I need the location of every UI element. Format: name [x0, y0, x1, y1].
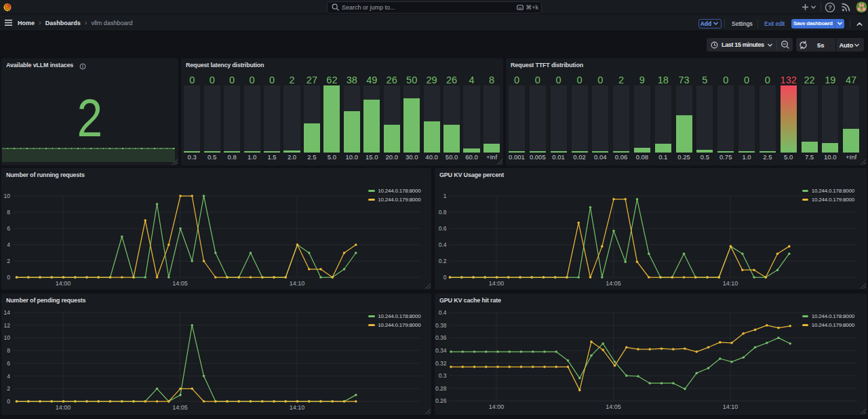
- svg-text:14:10: 14:10: [723, 403, 738, 410]
- svg-text:14:05: 14:05: [172, 280, 188, 287]
- svg-text:4: 4: [7, 241, 10, 248]
- svg-text:14: 14: [4, 309, 11, 316]
- svg-text:12: 12: [4, 322, 11, 329]
- svg-text:4: 4: [7, 373, 10, 380]
- svg-text:14:05: 14:05: [172, 404, 188, 411]
- svg-text:?: ?: [828, 4, 832, 11]
- svg-text:0.3: 0.3: [439, 372, 447, 379]
- svg-text:0.6: 0.6: [439, 225, 447, 232]
- svg-text:14:05: 14:05: [606, 280, 621, 287]
- svg-text:14:00: 14:00: [489, 280, 505, 287]
- svg-text:6: 6: [7, 225, 10, 232]
- svg-text:0.26: 0.26: [435, 397, 447, 404]
- svg-text:0.36: 0.36: [435, 334, 447, 341]
- svg-text:10: 10: [4, 334, 11, 341]
- svg-text:14:00: 14:00: [56, 404, 71, 411]
- svg-text:2: 2: [7, 258, 10, 264]
- svg-text:8: 8: [7, 209, 10, 216]
- svg-text:0: 0: [443, 274, 447, 281]
- svg-text:14:00: 14:00: [489, 403, 505, 410]
- svg-text:14:10: 14:10: [290, 404, 305, 411]
- svg-text:14:05: 14:05: [606, 403, 621, 410]
- svg-text:0: 0: [7, 398, 10, 405]
- svg-text:0.34: 0.34: [435, 347, 447, 354]
- svg-text:14:10: 14:10: [290, 280, 305, 287]
- svg-text:0.38: 0.38: [435, 322, 447, 329]
- svg-text:8: 8: [7, 347, 10, 354]
- svg-text:14:10: 14:10: [723, 280, 738, 287]
- svg-text:14:00: 14:00: [56, 280, 71, 287]
- svg-text:1: 1: [443, 193, 447, 199]
- svg-text:0.28: 0.28: [435, 385, 447, 392]
- svg-text:0.4: 0.4: [439, 309, 447, 316]
- svg-text:0.4: 0.4: [439, 241, 447, 248]
- svg-text:0: 0: [7, 274, 10, 281]
- svg-text:0.2: 0.2: [439, 258, 447, 264]
- svg-text:6: 6: [7, 360, 10, 367]
- svg-text:10: 10: [4, 193, 11, 199]
- svg-text:0.8: 0.8: [439, 209, 447, 216]
- svg-text:0.32: 0.32: [435, 360, 447, 367]
- svg-text:2: 2: [7, 385, 10, 392]
